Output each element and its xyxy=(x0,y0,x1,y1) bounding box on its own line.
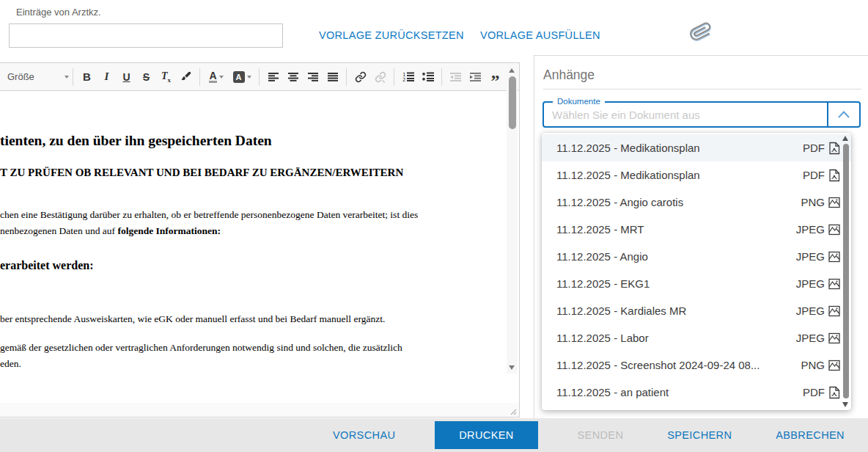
list-vertical-scrollbar[interactable] xyxy=(842,136,849,407)
document-name: 11.12.2025 - EKG1 xyxy=(556,277,796,290)
bulleted-list-icon[interactable] xyxy=(418,67,438,87)
resize-handle-icon[interactable] xyxy=(509,407,517,415)
image-icon xyxy=(828,332,841,345)
font-size-dropdown[interactable]: Größe xyxy=(7,71,69,82)
scroll-up-icon[interactable] xyxy=(509,68,515,73)
document-filetype: JPEG xyxy=(796,305,825,317)
document-list-item[interactable]: 11.12.2025 - Medikationsplan PDF xyxy=(542,161,851,189)
document-list-item[interactable]: 11.12.2025 - EKG1 JPEG xyxy=(542,270,851,297)
rich-text-editor: Größe B I U S Tx A A xyxy=(0,62,520,418)
document-filetype: PDF xyxy=(803,386,825,398)
image-icon xyxy=(828,223,841,236)
scroll-down-icon[interactable] xyxy=(842,402,848,407)
document-list-item[interactable]: 11.12.2025 - Kardiales MR JPEG xyxy=(542,297,851,324)
action-button[interactable]: VORSCHAU xyxy=(328,422,400,448)
background-color-icon[interactable]: A xyxy=(229,67,255,87)
document-name: 11.12.2025 - Kardiales MR xyxy=(556,305,796,317)
action-button[interactable]: SPEICHERN xyxy=(663,422,736,448)
document-name: 11.12.2025 - Medikationsplan xyxy=(556,142,803,154)
entries-by-doctor-input[interactable] xyxy=(9,23,283,48)
document-name: 11.12.2025 - Screenshot 2024-09-24 08... xyxy=(556,359,801,371)
document-list-item[interactable]: 11.12.2025 - Angio carotis PNG xyxy=(542,189,851,216)
align-justify-icon[interactable] xyxy=(323,67,342,87)
document-name: 11.12.2025 - Medikationsplan xyxy=(556,169,803,181)
image-icon xyxy=(828,305,841,318)
image-icon xyxy=(828,359,841,372)
document-filetype: PNG xyxy=(801,359,825,371)
chevron-down-icon xyxy=(65,76,69,79)
image-icon xyxy=(828,277,841,291)
link-icon[interactable] xyxy=(350,67,370,87)
align-left-icon[interactable] xyxy=(263,67,283,87)
document-filetype: JPEG xyxy=(796,332,825,344)
document-list-item[interactable]: 11.12.2025 - Labor JPEG xyxy=(542,324,851,351)
document-select-label: Dokumente xyxy=(553,97,605,106)
editor-paragraph: eden. xyxy=(0,356,519,372)
editor-paragraph: ber entsprechende Ausweiskarten, wie eGK… xyxy=(0,311,519,327)
indent-icon[interactable] xyxy=(466,67,485,87)
editor-toolbar: Größe B I U S Tx A A xyxy=(0,63,519,91)
scroll-up-icon[interactable] xyxy=(842,136,848,141)
editor-paragraph: gemäß der gesetzlichen oder vertragliche… xyxy=(0,340,519,356)
scrollbar-thumb[interactable] xyxy=(843,144,849,398)
reset-template-button[interactable]: VORLAGE ZURÜCKSETZEN xyxy=(319,29,464,41)
editor-paragraph: nenbezogenen Daten und auf folgende Info… xyxy=(0,223,519,239)
document-list-item[interactable]: 11.12.2025 - MRT JPEG xyxy=(542,216,851,243)
underline-icon[interactable]: U xyxy=(117,67,136,87)
attachments-title: Anhänge xyxy=(543,68,595,83)
action-button[interactable]: DRUCKEN xyxy=(435,421,538,449)
document-select-placeholder: Wählen Sie ein Dokument aus xyxy=(544,103,827,126)
svg-text:2: 2 xyxy=(402,77,405,81)
editor-content-area[interactable]: tienten, zu den über ihn gespeicherten D… xyxy=(0,91,519,403)
document-filetype: JPEG xyxy=(796,277,825,290)
scroll-down-icon[interactable] xyxy=(509,365,515,370)
pdf-icon xyxy=(828,169,841,182)
document-name: 11.12.2025 - Angio xyxy=(556,250,796,263)
document-filetype: JPEG xyxy=(796,250,825,263)
document-list-item[interactable]: 11.12.2025 - Angio JPEG xyxy=(542,243,851,270)
document-filetype: PDF xyxy=(803,142,825,154)
editor-paragraph: erarbeitet werden: xyxy=(0,259,519,272)
document-filetype: PNG xyxy=(801,196,825,208)
editor-paragraph: chen eine Bestätigung darüber zu erhalte… xyxy=(0,207,519,223)
strikethrough-icon[interactable]: S xyxy=(136,67,156,87)
scrollbar-thumb[interactable] xyxy=(509,76,516,129)
document-dropdown-list: 11.12.2025 - Medikationsplan PDF 11.12.2… xyxy=(542,133,851,410)
action-bar: VORSCHAU DRUCKEN SENDEN SPEICHERN ABBREC… xyxy=(0,418,868,452)
editor-paragraph: T ZU PRÜFEN OB RELEVANT UND BEI BEDARF Z… xyxy=(0,167,519,179)
remove-format-icon[interactable]: Tx xyxy=(156,67,176,87)
document-list-item[interactable]: 11.12.2025 - Screenshot 2024-09-24 08...… xyxy=(542,351,851,379)
letter-compose-screen: Einträge von Arztkz. VORLAGE ZURÜCKSETZE… xyxy=(0,0,868,452)
paperclip-icon[interactable] xyxy=(690,20,712,43)
numbered-list-icon[interactable]: 12 xyxy=(398,67,418,87)
bold-icon[interactable]: B xyxy=(77,67,97,87)
document-filetype: PDF xyxy=(803,169,825,181)
entries-by-doctor-label: Einträge von Arztkz. xyxy=(16,7,101,18)
action-button[interactable]: SENDEN xyxy=(573,422,628,448)
editor-paragraph: tienten, zu den über ihn gespeicherten D… xyxy=(0,133,519,149)
unlink-icon[interactable] xyxy=(370,67,390,87)
document-list-item[interactable]: 11.12.2025 - Medikationsplan PDF xyxy=(542,134,851,161)
attachments-panel: Anhänge Dokumente Wählen Sie ein Dokumen… xyxy=(534,55,868,418)
action-button[interactable]: ABBRECHEN xyxy=(771,422,849,448)
blockquote-icon[interactable]: ” xyxy=(485,67,505,87)
document-select-toggle[interactable] xyxy=(827,103,859,126)
chevron-up-icon xyxy=(838,111,850,118)
align-center-icon[interactable] xyxy=(283,67,303,87)
outdent-icon[interactable] xyxy=(446,67,466,87)
fill-template-button[interactable]: VORLAGE AUSFÜLLEN xyxy=(480,29,600,41)
text-color-icon[interactable]: A xyxy=(204,67,229,87)
editor-vertical-scrollbar[interactable] xyxy=(507,65,518,373)
pdf-icon xyxy=(828,142,841,155)
image-icon xyxy=(828,250,841,263)
copy-formatting-icon[interactable] xyxy=(176,67,196,87)
image-icon xyxy=(828,196,841,209)
pdf-icon xyxy=(828,386,841,399)
align-right-icon[interactable] xyxy=(303,67,323,87)
document-list-item[interactable]: 11.12.2025 - an patient PDF xyxy=(542,379,851,406)
document-select[interactable]: Dokumente Wählen Sie ein Dokument aus xyxy=(542,101,861,128)
document-name: 11.12.2025 - Angio carotis xyxy=(556,196,801,208)
italic-icon[interactable]: I xyxy=(97,67,117,87)
document-name: 11.12.2025 - MRT xyxy=(556,223,796,236)
document-name: 11.12.2025 - an patient xyxy=(556,386,803,398)
